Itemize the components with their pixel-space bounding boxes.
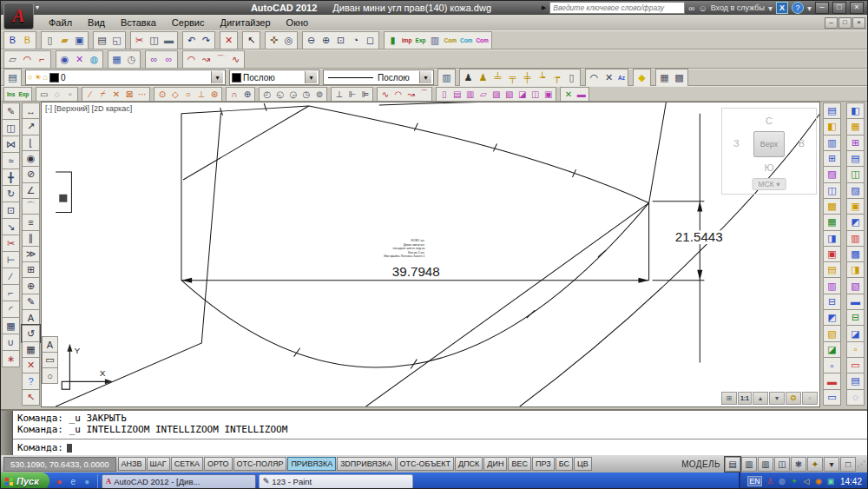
viewport-controls-label[interactable]: [-] [Верхний] [2D каркас]: [45, 104, 132, 113]
viewcube-top-face[interactable]: Верх: [753, 131, 785, 157]
extend-icon[interactable]: ⊢: [2, 251, 20, 268]
doc-restore-button[interactable]: □: [838, 17, 852, 29]
status-toggle-button[interactable]: ПРЗ: [532, 457, 555, 471]
close-button[interactable]: ×: [850, 2, 864, 14]
lock-ui-icon[interactable]: ✦: [807, 457, 823, 472]
right-tool-icon[interactable]: ⊞: [846, 135, 865, 151]
drawing-canvas[interactable]: 39.7948 21.5443 КОЖС шт. Диван мини шт. …: [41, 102, 820, 407]
layout-tab-icon[interactable]: ▥: [741, 457, 757, 472]
right-tool-icon[interactable]: ▫: [823, 357, 841, 373]
doc9-icon[interactable]: ▣: [542, 88, 555, 100]
level2-icon[interactable]: ╤: [505, 70, 520, 85]
restore-button[interactable]: □: [832, 2, 846, 14]
snap-magnet-icon[interactable]: ∩: [227, 88, 240, 100]
status-toggle-button[interactable]: 3DПРИВЯЗКА: [337, 457, 395, 471]
snap-settings-icon[interactable]: ⊕: [240, 88, 253, 100]
right-tool-icon[interactable]: ⊟: [823, 294, 841, 310]
signin-dropdown-icon[interactable]: ▾: [768, 3, 773, 13]
layer-on-icon[interactable]: ○: [28, 73, 32, 82]
print-icon[interactable]: ▤: [95, 33, 109, 48]
arc-tool-icon[interactable]: ◠: [20, 52, 35, 67]
wipeout-icon[interactable]: ✕: [602, 70, 616, 85]
dim-linear-icon[interactable]: ↔: [22, 102, 40, 119]
right-tool-icon[interactable]: ◩: [823, 309, 841, 326]
exp-icon[interactable]: Exp: [16, 88, 30, 100]
status-toggle-button[interactable]: ШАГ: [147, 457, 170, 471]
macro-b1-icon[interactable]: Β: [5, 33, 20, 48]
infocenter-collapse-icon[interactable]: ▶: [542, 4, 546, 11]
right-tool-icon[interactable]: ▬: [846, 294, 865, 310]
right-tool-icon[interactable]: ▧: [846, 277, 865, 294]
viewcube-west[interactable]: З: [733, 138, 740, 149]
doc2-icon[interactable]: ▤: [450, 88, 464, 100]
language-indicator[interactable]: EN: [747, 476, 762, 486]
paste-icon[interactable]: ▬: [161, 33, 176, 48]
perp1-icon[interactable]: ⊥: [332, 88, 345, 100]
right-tool-icon[interactable]: ▥: [823, 277, 841, 294]
color-dropdown-icon[interactable]: ▾: [305, 71, 317, 83]
dim-arclength-icon[interactable]: ⌒: [22, 198, 40, 215]
dim-aligned-icon[interactable]: ↗: [22, 118, 40, 135]
linetype-select[interactable]: Послою ▾: [323, 69, 434, 85]
circle4-icon[interactable]: ◷: [299, 88, 312, 100]
command-text-area[interactable]: Команда: _u ЗАКРЫТЬКоманда: _u INTELLIZO…: [13, 411, 867, 457]
doc1-icon[interactable]: ▯: [437, 88, 450, 100]
right-tool-icon[interactable]: ▣: [823, 246, 841, 262]
redcurve2-icon[interactable]: ◠: [391, 88, 404, 100]
doc-minimize-button[interactable]: –: [825, 17, 838, 29]
right-tool-icon[interactable]: ▭: [846, 357, 865, 373]
dim-tolerance-icon[interactable]: ⊞: [22, 261, 40, 278]
erase-icon[interactable]: ✎: [2, 102, 20, 120]
rev-cloud-icon[interactable]: ◠: [587, 70, 602, 85]
viewcube-east[interactable]: В: [799, 138, 805, 149]
rectangle-icon[interactable]: ▭: [42, 352, 58, 368]
tray-agent-icon[interactable]: ♙: [765, 476, 775, 486]
layer-freeze-icon[interactable]: ☀: [34, 73, 41, 82]
autocad-logo-button[interactable]: A: [3, 3, 34, 30]
doc-close-button[interactable]: ×: [852, 17, 865, 29]
right-tool-icon[interactable]: ▤: [823, 261, 841, 278]
mtext-icon[interactable]: A: [42, 336, 58, 353]
signin-link[interactable]: Вход в службы: [711, 3, 765, 12]
doc5-icon[interactable]: ▨: [490, 88, 503, 100]
circle5-icon[interactable]: ⊚: [312, 88, 326, 100]
fillet-icon[interactable]: ◜: [2, 301, 20, 318]
status-toggle-button[interactable]: АНЗВ: [118, 457, 146, 471]
rect-tool-icon[interactable]: ▭: [37, 88, 50, 100]
stretch-icon[interactable]: ↘: [2, 218, 20, 235]
right-tool-icon[interactable]: ▭: [823, 389, 841, 406]
doc3-icon[interactable]: ▥: [464, 88, 477, 100]
right-tool-icon[interactable]: ▨: [823, 166, 841, 182]
circle3-icon[interactable]: ◶: [286, 88, 299, 100]
save-icon[interactable]: ▣: [72, 33, 87, 48]
status-toggle-button[interactable]: ОТС-ПОЛЯР: [233, 457, 287, 471]
right-tool-icon[interactable]: ▦: [823, 214, 841, 230]
explode-icon[interactable]: ∗: [2, 350, 20, 367]
zoom-previous-icon[interactable]: ◔: [348, 33, 363, 48]
status-toggle-button[interactable]: ДПСК: [455, 457, 483, 471]
color-select[interactable]: Послою ▾: [229, 69, 319, 85]
dim-diameter-icon[interactable]: ⊘: [22, 166, 40, 182]
lineweight-icon[interactable]: ▥: [439, 70, 454, 85]
exchange-apps-icon[interactable]: X: [776, 2, 788, 14]
dim-style-icon[interactable]: ▦: [22, 341, 40, 358]
annotate-icon[interactable]: Az: [616, 70, 627, 85]
level4-icon[interactable]: ┶: [535, 70, 549, 85]
tray-shield-icon[interactable]: ◍: [777, 476, 787, 486]
right-tool-icon[interactable]: ▣: [846, 198, 865, 215]
dim-update-icon[interactable]: ↺: [22, 325, 40, 341]
status-toggle-button[interactable]: БС: [556, 457, 573, 471]
curve-tool-icon[interactable]: ⌐: [35, 52, 49, 67]
dim-radius-icon[interactable]: ◉: [22, 150, 40, 167]
viewcube-north[interactable]: С: [766, 116, 773, 126]
spline4-icon[interactable]: ∿: [228, 52, 243, 67]
menu-item[interactable]: Сервис: [164, 17, 213, 29]
perp3-icon[interactable]: ⊫: [358, 88, 372, 100]
dim-centermark-icon[interactable]: ⊕: [22, 277, 40, 294]
snap-node-icon[interactable]: ⊛: [207, 88, 220, 100]
resize-grip[interactable]: ⋰: [858, 459, 865, 468]
minimize-button[interactable]: –: [815, 2, 829, 14]
viewport-scale-icon[interactable]: ⊞: [721, 392, 737, 405]
help-icon[interactable]: ?: [792, 2, 804, 14]
model-tab-icon[interactable]: ▤: [725, 457, 740, 472]
